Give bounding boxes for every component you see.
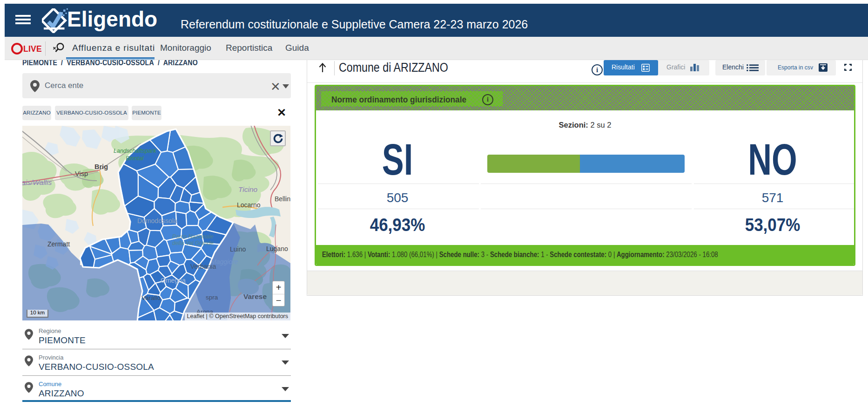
svg-text:Luino: Luino <box>230 245 246 253</box>
svg-text:Varese: Varese <box>243 292 267 300</box>
svg-text:Domodossola: Domodossola <box>137 217 177 224</box>
svg-text:Parco Nazionale: Parco Nazionale <box>172 233 213 240</box>
svg-text:Zermatt: Zermatt <box>47 240 70 248</box>
svg-text:Omegna: Omegna <box>161 277 186 284</box>
svg-text:Varallo: Varallo <box>141 294 161 301</box>
svg-text:Lugano: Lugano <box>266 245 288 252</box>
svg-text:Binntal: Binntal <box>126 155 144 162</box>
svg-text:Visp: Visp <box>75 170 88 177</box>
svg-text:Ticino: Ticino <box>238 185 258 193</box>
svg-text:alais/Wallis: alais/Wallis <box>22 178 52 186</box>
svg-text:Bellinz: Bellinz <box>275 195 290 203</box>
svg-text:spra: spra <box>206 294 218 301</box>
svg-text:della Val Grande: della Val Grande <box>172 240 214 246</box>
svg-text:Landschaftspark: Landschaftspark <box>114 148 156 154</box>
svg-text:Maggiore: Maggiore <box>211 258 238 265</box>
svg-text:Brig: Brig <box>94 163 108 170</box>
svg-text:Locarno: Locarno <box>237 201 261 209</box>
